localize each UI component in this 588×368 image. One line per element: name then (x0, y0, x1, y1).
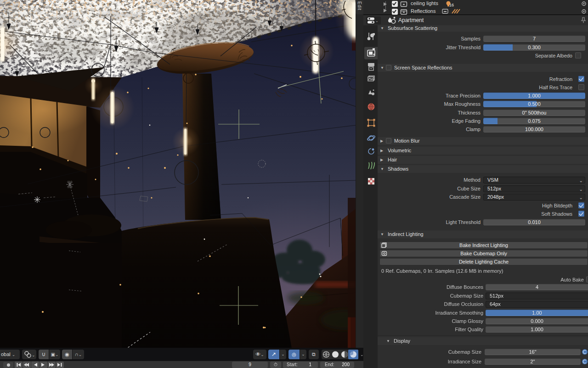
svg-text:⌄: ⌄ (375, 19, 379, 23)
svg-text:⌄: ⌄ (32, 353, 35, 357)
